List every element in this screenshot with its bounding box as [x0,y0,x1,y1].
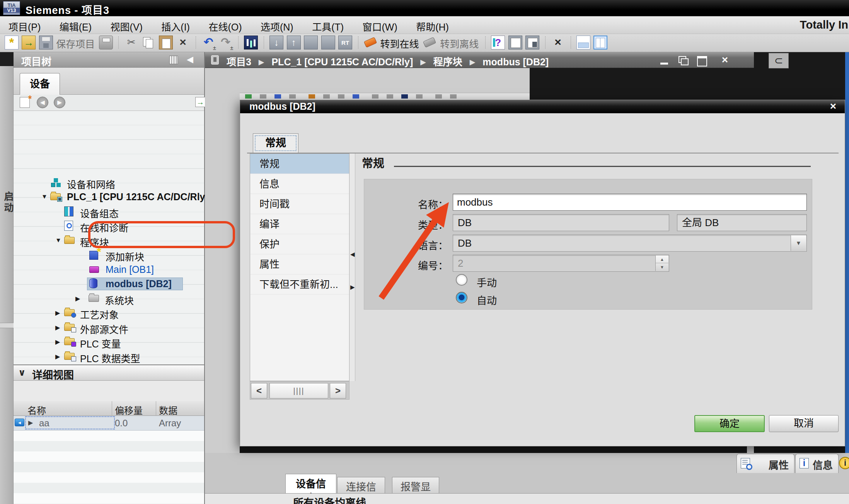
scroll-right-button[interactable]: > [330,383,346,398]
go-offline-button[interactable]: 转到离线 [440,36,479,50]
column-name[interactable]: 名称 [27,403,46,417]
go-offline-icon[interactable] [423,36,437,49]
category-protection[interactable]: 保护 [250,234,349,254]
collapse-panel-icon[interactable]: ◀ [187,54,193,65]
navigate-forward-icon[interactable]: ▶ [54,97,65,108]
expander-closed-icon[interactable]: ▶ [55,324,60,331]
tree-item-main-ob1[interactable]: Main [OB1] [14,262,204,277]
tab-connection-information[interactable]: 连接信息 [337,477,385,493]
expander-open-icon[interactable]: ▼ [41,193,48,200]
breadcrumb-modbus[interactable]: modbus [DB2] [482,56,549,67]
category-information[interactable]: 信息 [250,174,349,194]
spinner-icons[interactable]: ▲ ▼ [655,255,668,271]
manual-radio[interactable] [456,274,467,286]
tree-item-device-configuration[interactable]: 设备组态 [14,204,204,219]
tree-item-technology-objects[interactable]: ▶ 工艺对象 [14,306,204,320]
splitter-expand-icon[interactable]: ▶ [350,284,355,291]
expander-open-icon[interactable]: ▼ [55,237,61,244]
redo-icon[interactable]: ↷± [218,36,232,49]
dialog-title-bar[interactable]: modbus [DB2] [240,100,845,113]
menu-window[interactable]: 窗口(W) [354,16,406,33]
start-simulation-icon[interactable] [508,36,522,49]
go-online-icon[interactable] [364,36,377,49]
tree-item-add-new-block[interactable]: 添加新块 [14,248,204,262]
editor-float-icon[interactable] [676,55,690,65]
cross-references-icon[interactable]: × [551,36,565,49]
splitter-collapse-icon[interactable]: ◀ [350,251,355,258]
tree-item-external-sources[interactable]: ▶ 外部源文件 [14,320,204,335]
expander-closed-icon[interactable]: ▶ [55,353,60,360]
menu-help[interactable]: 帮助(H) [407,16,457,33]
tree-item-devices-and-networks[interactable]: 设备和网络 [14,175,204,190]
automatic-radio-label[interactable]: 自动 [477,293,497,307]
spin-down-icon[interactable]: ▼ [656,263,668,271]
tab-devices[interactable]: 设备 [20,73,60,95]
category-attributes[interactable]: 属性 [250,254,349,274]
breadcrumb-project[interactable]: 项目3 [227,56,251,67]
accessible-devices-icon[interactable]: ? [491,36,505,49]
upload-from-device-icon[interactable]: ↑ [287,36,301,49]
open-project-icon[interactable]: → [22,36,36,49]
tab-alarm-display[interactable]: 报警显示 [392,477,439,493]
copy-icon[interactable] [142,36,155,49]
menu-insert[interactable]: 插入(I) [153,16,198,33]
menu-edit[interactable]: 编辑(E) [51,16,100,33]
library-sync-icon[interactable]: → [195,97,205,107]
expander-closed-icon[interactable]: ▶ [55,309,60,317]
new-project-icon[interactable]: * [5,36,19,49]
tab-device-information[interactable]: 设备信息 [285,474,336,493]
menu-view[interactable]: 视图(V) [102,16,151,33]
dialog-tab-general[interactable]: 常规 [253,133,298,153]
expander-closed-icon[interactable]: ▶ [75,295,80,302]
expander-closed-icon[interactable]: ▶ [28,419,33,426]
tree-item-program-blocks[interactable]: ▼ 程序块 [14,233,204,248]
dialog-close-icon[interactable]: × [825,100,841,113]
save-project-label[interactable]: 保存项目 [56,36,95,50]
tree-item-online-diagnostics[interactable]: 在线和诊断 [14,219,204,233]
split-editor-vertical-icon[interactable] [593,36,607,49]
name-input[interactable] [453,194,807,211]
paste-icon[interactable] [159,36,173,49]
portal-rail-start-label[interactable]: 启动 [1,191,15,214]
details-view-header[interactable]: ∨ 详细视图 [14,364,204,381]
download-to-device-icon[interactable]: ↓ [269,36,283,49]
tree-item-plc1[interactable]: ▼ PLC_1 [CPU 1215C AC/DC/Rly] [14,190,204,204]
details-table-row[interactable]: ◂ ▶ aa 0.0 Array [14,416,204,431]
breadcrumb-program-blocks[interactable]: 程序块 [433,56,462,67]
collapsed-panel-handle[interactable]: ⊂ [769,53,789,68]
cancel-button[interactable]: 取消 [769,415,839,432]
ok-button[interactable]: 确定 [694,415,765,432]
split-editor-horizontal-icon[interactable] [576,36,590,49]
tab-info[interactable]: i 信息 [795,454,839,473]
stop-simulation-icon[interactable] [525,36,539,49]
editor-maximize-icon[interactable] [694,55,709,65]
category-timestamps[interactable]: 时间戳 [250,194,349,214]
dropdown-arrow-icon[interactable]: ▼ [791,235,806,251]
go-online-button[interactable]: 转到在线 [380,36,419,50]
tree-item-plc-tags[interactable]: ▶ PLC 变量 [14,335,204,349]
expander-closed-icon[interactable]: ▶ [55,338,60,346]
automatic-radio[interactable] [456,292,467,303]
scroll-left-button[interactable]: < [251,383,267,398]
undo-icon[interactable]: ↶± [201,36,215,49]
column-offset[interactable]: 偏移量 [115,403,143,417]
tree-item-modbus-db2[interactable]: modbus [DB2] [14,277,204,291]
breadcrumb-plc[interactable]: PLC_1 [CPU 1215C AC/DC/Rly] [271,56,413,67]
menu-options[interactable]: 选项(N) [252,16,302,33]
delete-icon[interactable]: × [176,36,190,49]
category-download-no-reinit[interactable]: 下载但不重新初... [250,274,349,295]
tree-item-system-blocks[interactable]: ▶ 系统块 [14,291,204,306]
column-options-icon[interactable] [169,56,178,64]
menu-online[interactable]: 在线(O) [200,16,250,33]
cut-icon[interactable]: ✂ [124,36,138,49]
manual-radio-label[interactable]: 手动 [477,275,497,289]
save-project-icon[interactable] [39,36,53,49]
number-stepper[interactable]: 2 ▲ ▼ [453,255,669,272]
editor-close-icon[interactable]: × [718,55,732,65]
start-runtime-icon[interactable]: RT [338,36,352,49]
editor-minimize-icon[interactable] [657,55,672,65]
device-window-icon[interactable] [304,36,318,49]
print-icon[interactable] [99,36,113,49]
language-dropdown[interactable]: DB ▼ [453,235,807,252]
category-general[interactable]: 常规 [250,154,349,174]
